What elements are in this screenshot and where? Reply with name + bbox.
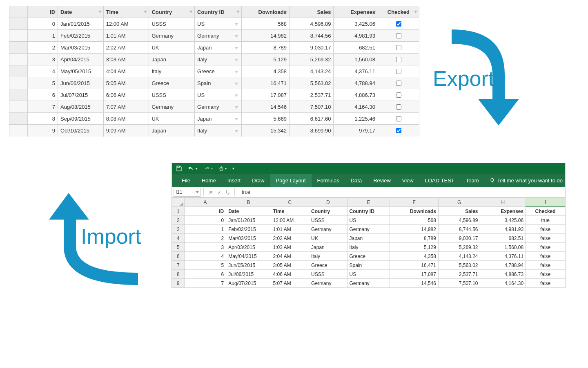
row-selector[interactable] xyxy=(9,77,28,89)
col-checked[interactable]: Checked xyxy=(378,6,419,18)
cell-country-id[interactable]: Italy xyxy=(195,125,242,137)
undo-icon[interactable]: ▾ xyxy=(187,166,197,171)
cell[interactable]: 4:06 AM xyxy=(271,270,309,279)
column-header-i[interactable]: I xyxy=(526,198,565,207)
cell[interactable]: Greece xyxy=(309,261,347,270)
cell-expenses[interactable]: 4,886.73 xyxy=(334,89,378,101)
cell[interactable]: 8,744.56 xyxy=(438,225,480,234)
cell-id[interactable]: 7 xyxy=(27,101,58,113)
cell[interactable]: false xyxy=(526,225,565,234)
cell-date[interactable]: Oct/10/2015 xyxy=(58,125,104,137)
cell[interactable]: false xyxy=(526,279,565,288)
tell-me-input[interactable]: Tell me what you want to do xyxy=(497,177,563,184)
cell-date[interactable]: May/05/2015 xyxy=(58,65,104,77)
cell[interactable]: 4,596.89 xyxy=(438,216,480,225)
filter-icon[interactable] xyxy=(284,11,287,13)
cell-time[interactable]: 1:01 AM xyxy=(103,30,149,42)
checked-checkbox[interactable] xyxy=(396,57,401,62)
cell-checked[interactable] xyxy=(378,65,419,77)
row-header[interactable]: 8 xyxy=(172,270,185,279)
cell-date[interactable]: Aug/08/2015 xyxy=(58,101,104,113)
cell[interactable]: 682.51 xyxy=(480,234,526,243)
cell-sales[interactable]: 4,143.24 xyxy=(289,65,333,77)
cell-checked[interactable] xyxy=(378,18,419,30)
cell-id[interactable]: 2 xyxy=(27,42,58,54)
cell-id[interactable]: 3 xyxy=(27,54,58,65)
cell-expenses[interactable]: 4,981.93 xyxy=(334,30,378,42)
checked-checkbox[interactable] xyxy=(396,81,401,86)
ribbon-tab-formulas[interactable]: Formulas xyxy=(312,174,345,187)
cell[interactable]: Japan xyxy=(309,243,347,252)
cell-country-id[interactable]: Spain xyxy=(195,77,242,89)
cell[interactable]: 2 xyxy=(184,234,226,243)
column-header-b[interactable]: B xyxy=(226,198,271,207)
ribbon-tab-draw[interactable]: Draw xyxy=(246,174,270,187)
cell-country-id[interactable]: Italy xyxy=(195,54,242,65)
ribbon-tab-load-test[interactable]: LOAD TEST xyxy=(419,174,460,187)
chevron-down-icon[interactable] xyxy=(196,191,199,193)
cell[interactable]: Checked xyxy=(526,207,565,216)
cell[interactable]: 1 xyxy=(184,225,226,234)
column-header-c[interactable]: C xyxy=(271,198,309,207)
table-row[interactable]: 7Aug/08/20157:07 AMGermanyGermany14,5467… xyxy=(9,101,419,113)
cell-country[interactable]: Greece xyxy=(149,77,195,89)
cell[interactable]: 7 xyxy=(184,279,226,288)
cancel-formula-icon[interactable]: ✕ xyxy=(207,189,215,195)
cell[interactable]: US xyxy=(347,216,390,225)
cell-date[interactable]: Mar/03/2015 xyxy=(58,42,104,54)
cell[interactable]: 5 xyxy=(184,261,226,270)
cell[interactable]: false xyxy=(526,243,565,252)
cell[interactable]: 8,789 xyxy=(390,234,439,243)
cell[interactable]: Feb/02/2015 xyxy=(226,225,271,234)
redo-icon[interactable]: ▾ xyxy=(203,166,213,171)
filter-icon[interactable] xyxy=(373,11,376,13)
cell-downloads[interactable]: 8,789 xyxy=(241,42,289,54)
ribbon-tab-page-layout[interactable]: Page Layout xyxy=(270,174,312,187)
filter-icon[interactable] xyxy=(414,11,417,13)
checked-checkbox[interactable] xyxy=(396,128,401,133)
save-icon[interactable] xyxy=(176,166,182,171)
cell[interactable]: 0 xyxy=(184,216,226,225)
col-downloads[interactable]: Downloads xyxy=(241,6,289,18)
cell[interactable]: 4,981.93 xyxy=(480,225,526,234)
cell[interactable]: 4,886.73 xyxy=(480,270,526,279)
column-header-a[interactable]: A xyxy=(184,198,226,207)
cell-country[interactable]: UK xyxy=(149,42,195,54)
cell-date[interactable]: Jun/06/2015 xyxy=(58,77,104,89)
cell[interactable]: US xyxy=(347,270,390,279)
filter-icon[interactable] xyxy=(98,11,102,13)
table-row[interactable]: 6Jul/07/20156:06 AMUSSSUS17,0872,537.714… xyxy=(9,89,419,101)
cell-sales[interactable]: 5,269.32 xyxy=(289,54,333,65)
filter-icon[interactable] xyxy=(144,11,147,13)
cell[interactable]: 14,546 xyxy=(390,279,439,288)
cell-downloads[interactable]: 15,342 xyxy=(241,125,289,137)
ribbon-tab-review[interactable]: Review xyxy=(368,174,396,187)
cell-downloads[interactable]: 14,546 xyxy=(241,101,289,113)
cell[interactable]: 4,143.24 xyxy=(438,252,480,261)
cell-id[interactable]: 0 xyxy=(27,18,58,30)
cell-country[interactable]: Italy xyxy=(149,65,195,77)
col-time[interactable]: Time xyxy=(103,6,149,18)
cell-id[interactable]: 1 xyxy=(27,30,58,42)
cell[interactable]: 1:01 AM xyxy=(271,225,309,234)
cell[interactable]: UK xyxy=(309,234,347,243)
cell[interactable]: 5,269.32 xyxy=(438,243,480,252)
checked-checkbox[interactable] xyxy=(396,33,401,38)
ribbon-tab-insert[interactable]: Insert xyxy=(222,174,247,187)
cell[interactable]: 4,358 xyxy=(390,252,439,261)
filter-icon[interactable] xyxy=(53,11,56,13)
chevron-down-icon[interactable] xyxy=(235,118,238,121)
cell[interactable]: 5:07 AM xyxy=(271,279,309,288)
cell-country-id[interactable]: Japan xyxy=(195,113,242,125)
cell[interactable]: Jun/05/2015 xyxy=(226,261,271,270)
cell-sales[interactable]: 2,537.71 xyxy=(289,89,333,101)
cell-time[interactable]: 3:03 AM xyxy=(103,54,149,65)
row-selector[interactable] xyxy=(9,54,28,65)
cell-country-id[interactable]: US xyxy=(195,18,242,30)
checked-checkbox[interactable] xyxy=(396,116,401,121)
chevron-down-icon[interactable] xyxy=(235,47,238,49)
cell-expenses[interactable]: 1,560.08 xyxy=(334,54,378,65)
ribbon-tab-view[interactable]: View xyxy=(396,174,419,187)
chevron-down-icon[interactable] xyxy=(235,130,238,132)
table-row[interactable]: 9Oct/10/20159:09 AMJapanItaly15,3428,699… xyxy=(9,125,419,137)
